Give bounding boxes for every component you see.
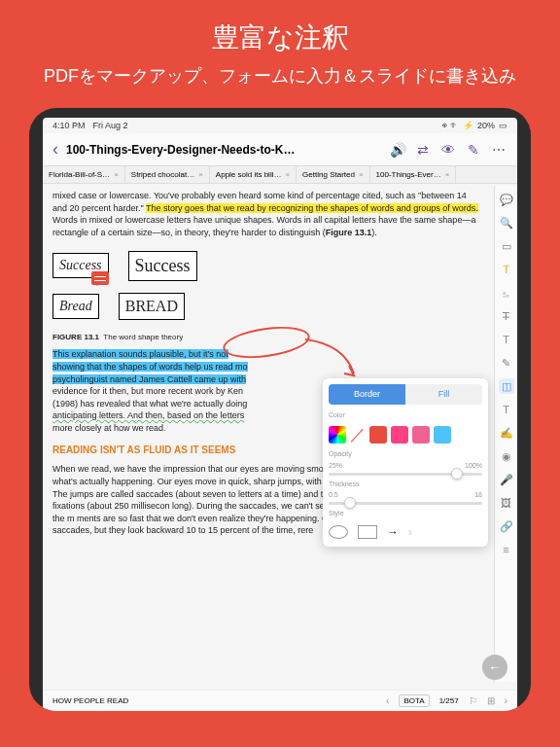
- shapes-icon[interactable]: ◫: [499, 378, 514, 394]
- next-page-button[interactable]: ›: [505, 695, 508, 706]
- color-label: Color: [329, 410, 482, 420]
- bookmark-icon[interactable]: ⚐: [469, 695, 477, 706]
- word-success: Success: [128, 251, 197, 281]
- highlight-blue[interactable]: psycholinguist named James Cattell came …: [52, 374, 246, 384]
- signature-icon[interactable]: ✍: [499, 425, 514, 441]
- app-header: ‹ 100-Things-Every-Designer-Needs-to-K… …: [43, 133, 517, 166]
- promo-subtitle: PDFをマークアップ、フォームに入力＆スライドに書き込み: [10, 64, 550, 89]
- style-arrow-icon[interactable]: →: [387, 524, 399, 541]
- convert-icon[interactable]: ⇄: [414, 141, 432, 159]
- color-swatch[interactable]: [391, 426, 408, 444]
- underline-icon[interactable]: ⎁: [499, 285, 514, 301]
- app-screen: 4:10 PM Fri Aug 2 ◉ ᯤ ⚡ 20% ▭ ‹ 100-Thin…: [43, 118, 517, 711]
- back-button[interactable]: ‹: [52, 139, 58, 160]
- text2-icon[interactable]: T: [499, 402, 514, 417]
- opacity-label: Opacity: [329, 449, 352, 459]
- status-time: 4:10 PM: [52, 121, 86, 130]
- status-date: Fri Aug 2: [93, 121, 128, 130]
- style-square[interactable]: [358, 525, 377, 539]
- popup-tab-fill[interactable]: Fill: [405, 384, 482, 405]
- edit-icon[interactable]: ✎: [465, 141, 482, 159]
- comment-icon[interactable]: 💬: [499, 192, 514, 207]
- prev-page-button[interactable]: ‹: [386, 695, 389, 706]
- image-icon[interactable]: 🖼: [499, 495, 514, 511]
- bottom-bar: HOW PEOPLE READ ‹ BOTA 1/257 ⚐ ⊞ ›: [43, 690, 517, 711]
- figure-words: Success Success: [52, 251, 480, 281]
- section-label: HOW PEOPLE READ: [52, 696, 128, 705]
- tablet-frame: 4:10 PM Fri Aug 2 ◉ ᯤ ⚡ 20% ▭ ‹ 100-Thin…: [29, 108, 531, 711]
- highlight-yellow[interactable]: The story goes that we read by recognizi…: [146, 203, 478, 213]
- highlight-blue[interactable]: showing that the shapes of words help us…: [52, 362, 248, 372]
- thickness-slider[interactable]: [329, 502, 482, 505]
- color-swatch[interactable]: [412, 426, 430, 444]
- close-icon[interactable]: ×: [114, 170, 119, 179]
- document-content[interactable]: mixed case or lowercase. You've probably…: [43, 184, 517, 680]
- freehand-arrow[interactable]: [305, 335, 364, 383]
- view-icon[interactable]: 👁: [439, 141, 457, 159]
- text-icon[interactable]: T: [499, 332, 514, 347]
- wifi-icon: ◉ ᯤ: [442, 121, 459, 130]
- stamp-icon[interactable]: ◉: [499, 448, 514, 464]
- paragraph: mixed case or lowercase. You've probably…: [52, 190, 480, 238]
- promo-title: 豊富な注釈: [10, 19, 550, 56]
- word-bread-caps: BREAD: [119, 293, 185, 320]
- close-icon[interactable]: ×: [285, 170, 290, 179]
- tab-item[interactable]: Florida-Bill-of-S…×: [43, 166, 125, 183]
- thumbnails-icon[interactable]: ⊞: [487, 695, 495, 706]
- more-icon[interactable]: ⋯: [490, 141, 508, 159]
- color-swatch[interactable]: [434, 426, 451, 444]
- sticky-note-icon[interactable]: [91, 271, 109, 285]
- pen-icon[interactable]: ✎: [499, 355, 514, 371]
- page-indicator[interactable]: 1/257: [439, 696, 459, 705]
- annotation-sidebar: 💬 🔍 ▭ T ⎁ T̶ T ✎ ◫ T ✍ ◉ 🎤 🖼 🔗 ≡: [494, 186, 517, 682]
- note-icon[interactable]: ▭: [499, 238, 514, 254]
- style-popup: Border Fill Color ／ Opacity 25%100%: [323, 378, 488, 547]
- close-icon[interactable]: ×: [198, 170, 203, 179]
- search-icon[interactable]: 🔍: [499, 215, 514, 231]
- style-label: Style: [329, 509, 482, 518]
- chevron-right-icon[interactable]: ›: [408, 524, 412, 541]
- color-swatch[interactable]: [369, 426, 387, 444]
- bota-button[interactable]: BOTA: [399, 694, 429, 707]
- close-icon[interactable]: ×: [445, 170, 450, 179]
- tab-item[interactable]: 100-Things-Ever…×: [370, 166, 457, 183]
- close-icon[interactable]: ×: [359, 170, 364, 179]
- wavy-underline[interactable]: anticipating letters. And then, based on…: [52, 410, 244, 420]
- audio-icon[interactable]: 🔊: [389, 141, 406, 159]
- popup-tab-border[interactable]: Border: [329, 384, 405, 405]
- thickness-label: Thickness: [329, 480, 360, 489]
- status-bar: 4:10 PM Fri Aug 2 ◉ ᯤ ⚡ 20% ▭: [43, 118, 517, 133]
- tab-item[interactable]: Getting Started×: [297, 166, 369, 183]
- opacity-slider[interactable]: [329, 473, 482, 476]
- color-picker-icon[interactable]: [329, 426, 346, 444]
- style-circle[interactable]: [329, 525, 348, 539]
- highlight-blue[interactable]: This explanation sounds plausible, but i…: [52, 349, 228, 359]
- charging-icon: ⚡: [463, 121, 473, 130]
- back-fab[interactable]: ←: [482, 655, 508, 680]
- word-bread-script: Bread: [52, 294, 99, 319]
- highlight-icon[interactable]: T: [499, 262, 514, 277]
- no-color-icon[interactable]: ／: [350, 424, 366, 445]
- document-title: 100-Things-Every-Designer-Needs-to-K…: [66, 143, 381, 157]
- tab-item[interactable]: Striped chocolat…×: [125, 166, 210, 183]
- menu-icon[interactable]: ≡: [499, 542, 514, 557]
- figure-words: Bread BREAD: [52, 293, 480, 320]
- tab-bar: Florida-Bill-of-S…× Striped chocolat…× A…: [43, 166, 517, 184]
- tab-item[interactable]: Apple sold its bill…×: [210, 166, 297, 183]
- strikethrough-icon[interactable]: T̶: [499, 308, 514, 324]
- battery-percent: 20%: [477, 121, 495, 130]
- voice-icon[interactable]: 🎤: [499, 472, 514, 487]
- link-icon[interactable]: 🔗: [499, 518, 514, 534]
- battery-icon: ▭: [499, 121, 508, 130]
